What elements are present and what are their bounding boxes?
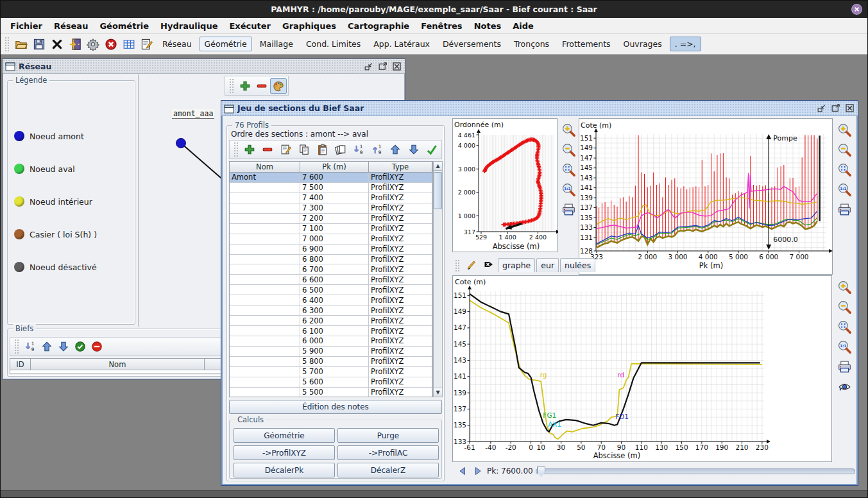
scrollbar-thumb[interactable] [434, 172, 442, 209]
menu-geometrie[interactable]: Géométrie [94, 20, 155, 32]
section-cell[interactable] [230, 285, 300, 295]
toolbar-button-condlimites[interactable]: Cond. Limites [301, 37, 366, 51]
section-cell[interactable]: 5 900 [300, 347, 369, 357]
section-row[interactable]: 7 400ProfilXYZ [230, 193, 432, 203]
menu-graphiques[interactable]: Graphiques [277, 20, 342, 32]
section-cell[interactable] [230, 367, 300, 377]
section-cell[interactable] [230, 305, 300, 316]
clear-tag-icon[interactable] [481, 257, 497, 272]
move-down-icon[interactable] [55, 339, 72, 354]
section-cell[interactable]: ProfilXYZ [369, 377, 432, 388]
section-cell[interactable]: ProfilXYZ [369, 336, 432, 347]
sections-window-titlebar[interactable]: Jeu de sections du Bief Saar [221, 101, 858, 116]
cross-section-chart-panel[interactable]: rgrdFG1AX1FD1-61-40-20010305070901101301… [452, 275, 832, 462]
stop-icon[interactable] [103, 37, 119, 52]
section-cell[interactable] [230, 214, 300, 224]
section-cell[interactable]: 5 800 [300, 357, 369, 367]
close-icon[interactable] [391, 61, 402, 72]
section-cell[interactable] [230, 275, 300, 285]
pk-slider-thumb[interactable] [537, 467, 545, 477]
check-icon[interactable] [423, 142, 440, 157]
sort-desc-icon[interactable]: 19 [350, 142, 367, 157]
pk-slider[interactable] [536, 468, 855, 474]
section-cell[interactable]: 6 400 [300, 295, 369, 305]
scroll-down-icon[interactable]: ▼ [434, 388, 442, 397]
zoom-out-icon[interactable] [835, 141, 854, 158]
zoom-1-1-icon[interactable]: 1:1 [559, 181, 578, 198]
zoom-1-1-icon[interactable]: 1:1 [835, 338, 854, 355]
toolbar-grip[interactable] [234, 142, 239, 157]
section-cell[interactable] [230, 245, 300, 255]
pages-icon[interactable] [332, 142, 349, 157]
section-row[interactable]: 7 500ProfilXYZ [230, 183, 432, 193]
section-cell[interactable]: 7 200 [300, 214, 369, 224]
section-cell[interactable] [230, 193, 300, 203]
grid-table-icon[interactable] [121, 37, 137, 52]
section-row[interactable]: 6 000ProfilXYZ [230, 336, 432, 347]
edit-note-icon[interactable] [139, 37, 155, 52]
zoom-out-icon[interactable] [559, 141, 578, 158]
move-up-icon[interactable] [387, 142, 404, 157]
menu-fenetres[interactable]: Fenêtres [415, 20, 468, 32]
section-cell[interactable] [230, 388, 300, 397]
section-cell[interactable]: 6 600 [300, 275, 369, 285]
toolbar-grip[interactable] [4, 37, 10, 52]
section-cell[interactable]: ProfilXYZ [369, 285, 432, 295]
save-floppy-icon[interactable] [31, 37, 47, 52]
section-cell[interactable]: 7 500 [300, 183, 369, 193]
scroll-up-icon[interactable]: ▲ [434, 162, 442, 171]
exit-door-icon[interactable] [67, 37, 83, 52]
section-cell[interactable]: ProfilXYZ [369, 367, 432, 377]
section-cell[interactable]: ProfilXYZ [369, 234, 432, 245]
eye-icon[interactable] [835, 378, 854, 395]
section-row[interactable]: 5 600ProfilXYZ [230, 377, 432, 388]
plan-chart-panel[interactable]: 5291 4002 4003171 0002 0003 0004 0004 46… [452, 118, 557, 252]
sections-table-scrollbar[interactable]: ▲ ▼ [433, 161, 443, 397]
menu-notes[interactable]: Notes [468, 20, 507, 32]
section-cell[interactable]: Amont [230, 173, 300, 183]
section-cell[interactable] [230, 357, 300, 367]
section-row[interactable]: 6 400ProfilXYZ [230, 295, 432, 305]
tab-graphe[interactable]: graphe [498, 258, 535, 272]
remove-icon[interactable] [259, 142, 276, 157]
maximize-icon[interactable] [377, 61, 388, 72]
sections-table-header[interactable]: NomPk (m)Type [229, 161, 433, 173]
section-cell[interactable] [230, 347, 300, 357]
section-row[interactable]: Amont7 600ProfilXYZ [230, 173, 432, 183]
add-icon[interactable] [237, 78, 253, 94]
sections-column[interactable]: Pk (m) [300, 162, 369, 172]
section-cell[interactable]: ProfilXYZ [369, 224, 432, 234]
section-cell[interactable]: ProfilXYZ [369, 173, 432, 183]
menu-aide[interactable]: Aide [507, 20, 540, 32]
printer-icon[interactable] [835, 358, 854, 375]
toolbar-button-frottements[interactable]: Frottements [557, 37, 616, 51]
toolbar-grip[interactable] [14, 339, 19, 354]
section-row[interactable]: 6 300ProfilXYZ [230, 305, 432, 316]
section-cell[interactable]: ProfilXYZ [369, 275, 432, 285]
section-cell[interactable]: ProfilXYZ [369, 388, 432, 397]
toolbar-grip[interactable] [229, 78, 234, 94]
section-cell[interactable]: 7 000 [300, 234, 369, 245]
section-row[interactable]: 6 800ProfilXYZ [230, 255, 432, 265]
section-row[interactable]: 5 900ProfilXYZ [230, 347, 432, 357]
remove-icon[interactable] [253, 78, 270, 94]
zoom-in-icon[interactable] [835, 279, 854, 295]
section-cell[interactable]: ProfilXYZ [369, 255, 432, 265]
tab-nulees[interactable]: nulées [560, 258, 595, 272]
section-cell[interactable]: ProfilXYZ [369, 326, 432, 336]
calc-button-decalerz[interactable]: DécalerZ [337, 463, 439, 477]
menu-reseau[interactable]: Réseau [48, 20, 94, 32]
close-icon[interactable] [844, 103, 855, 114]
minimize-icon[interactable] [816, 103, 827, 114]
menu-cartographie[interactable]: Cartographie [342, 20, 415, 32]
zoom-1-1-icon[interactable]: 1:1 [835, 181, 854, 198]
section-row[interactable]: 5 800ProfilXYZ [230, 357, 432, 367]
section-row[interactable]: 7 100ProfilXYZ [230, 224, 432, 234]
window-close-button[interactable] [851, 3, 863, 15]
tab-eur[interactable]: eur [536, 258, 559, 272]
section-cell[interactable]: 5 700 [300, 367, 369, 377]
calc-button-profilxyz[interactable]: ->ProfilXYZ [234, 445, 335, 460]
section-row[interactable]: 6 700ProfilXYZ [230, 264, 432, 275]
section-cell[interactable]: 5 600 [300, 377, 369, 388]
printer-icon[interactable] [559, 201, 578, 218]
